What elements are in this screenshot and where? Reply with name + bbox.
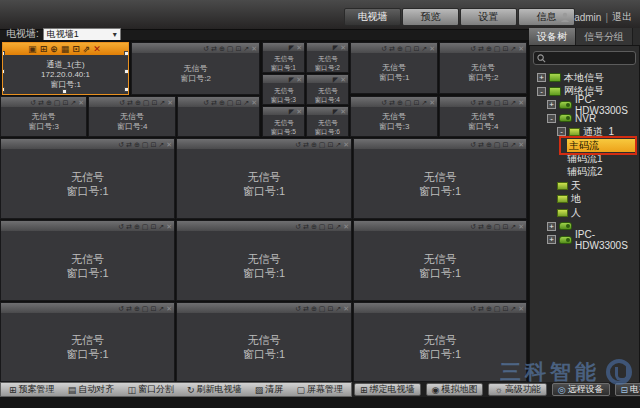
window-icon[interactable]: ▢ [319, 305, 326, 312]
add-icon[interactable]: ⊕ [486, 305, 492, 312]
video-window[interactable]: ↺⇄⊕▢⊡↗✕无信号窗口号:1 [176, 138, 352, 219]
window-icon[interactable]: ▢ [494, 223, 501, 230]
video-window[interactable]: ↺⇄⊕▢⊡↗✕ [177, 96, 260, 137]
tab-预览[interactable]: 预览 [402, 8, 459, 26]
export-icon[interactable]: ↗ [510, 45, 516, 52]
window-icon[interactable]: ▢ [494, 45, 501, 52]
window-header[interactable]: ↺⇄⊕▢⊡↗✕ [440, 43, 526, 53]
window-header[interactable]: ◤✕ [263, 43, 304, 51]
export-icon[interactable]: ↗ [158, 223, 164, 230]
close-icon[interactable]: ✕ [166, 305, 172, 312]
rotate-icon[interactable]: ↺ [118, 305, 124, 312]
search-input[interactable] [549, 53, 632, 63]
triangle-icon[interactable]: ◤ [333, 108, 338, 115]
add-icon[interactable]: ⊕ [219, 99, 225, 106]
add-icon[interactable]: ⊕ [397, 45, 403, 52]
rotate-icon[interactable]: ↺ [30, 99, 36, 106]
lock-icon[interactable]: ⊡ [150, 141, 156, 148]
close-icon[interactable]: ✕ [518, 305, 524, 312]
search-box[interactable] [533, 51, 636, 65]
swap-icon[interactable]: ⇄ [211, 99, 217, 106]
video-window[interactable]: ◤✕无信号窗口号:5 [262, 106, 305, 137]
video-window[interactable]: ↺⇄⊕▢⊡↗✕无信号窗口号:3 [0, 96, 87, 137]
video-window[interactable]: ↺⇄⊕▢⊡↗✕无信号窗口号:4 [439, 96, 527, 137]
tree-item[interactable]: -NVR [533, 112, 636, 126]
rotate-icon[interactable]: ↺ [381, 45, 387, 52]
video-window[interactable]: ↺⇄⊕▢⊡↗✕无信号窗口号:1 [350, 42, 438, 94]
add-icon[interactable]: ⊕ [397, 99, 403, 106]
export-icon[interactable]: ↗ [421, 45, 427, 52]
capture-icon[interactable]: ▣ [28, 45, 37, 54]
window-icon[interactable]: ▢ [143, 99, 150, 106]
swap-icon[interactable]: ⇄ [303, 223, 309, 230]
resize-handle[interactable] [124, 69, 129, 74]
close-icon[interactable]: ✕ [296, 44, 302, 51]
window-icon[interactable]: ▢ [494, 141, 501, 148]
export-icon[interactable]: ↗ [243, 99, 249, 106]
tree-item[interactable]: 人 [533, 206, 636, 220]
video-window[interactable]: ◤✕无信号窗口号:1 [262, 42, 305, 73]
resize-handle[interactable] [2, 87, 5, 92]
toolbar-button-bind-wall[interactable]: ⊞绑定电视墙 [354, 383, 421, 396]
close-icon[interactable]: ✕ [340, 76, 346, 83]
lock-icon[interactable]: ⊡ [502, 45, 508, 52]
add-icon[interactable]: ⊕ [50, 45, 58, 54]
logout-button[interactable]: 退出 [612, 10, 632, 24]
video-window[interactable]: ↺⇄⊕▢⊡↗✕无信号窗口号:1 [176, 220, 352, 301]
rotate-icon[interactable]: ↺ [295, 305, 301, 312]
lock-icon[interactable]: ⊡ [413, 45, 419, 52]
grid-icon[interactable]: ⊞ [40, 45, 48, 54]
add-icon[interactable]: ⊕ [311, 305, 317, 312]
close-icon[interactable]: ✕ [93, 45, 101, 54]
export-icon[interactable]: ↗ [159, 99, 165, 106]
close-icon[interactable]: ✕ [296, 76, 302, 83]
window-header[interactable]: ↺⇄⊕▢⊡↗✕ [351, 97, 437, 107]
close-icon[interactable]: ✕ [167, 99, 173, 106]
swap-icon[interactable]: ⇄ [478, 99, 484, 106]
swap-icon[interactable]: ⇄ [211, 45, 217, 52]
export-icon[interactable]: ↗ [335, 305, 341, 312]
video-window[interactable]: ◤✕无信号窗口号:3 [262, 74, 305, 105]
resize-handle[interactable] [2, 69, 5, 74]
window-header[interactable]: ↺⇄⊕▢⊡↗✕ [354, 221, 526, 231]
lock-icon[interactable]: ⊡ [150, 223, 156, 230]
tree-item[interactable]: 辅码流2 [533, 166, 636, 180]
video-window[interactable]: ↺⇄⊕▢⊡↗✕无信号窗口号:1 [0, 138, 175, 219]
window-icon[interactable]: ▢ [227, 99, 234, 106]
close-icon[interactable]: ✕ [343, 141, 349, 148]
lock-icon[interactable]: ⊡ [327, 223, 333, 230]
add-icon[interactable]: ⊕ [134, 141, 140, 148]
rotate-icon[interactable]: ↺ [381, 99, 387, 106]
window-header[interactable]: ↺⇄⊕▢⊡↗✕ [132, 43, 259, 53]
tree-item[interactable]: +IPC-HDW3300S [533, 98, 636, 112]
rotate-icon[interactable]: ↺ [470, 99, 476, 106]
window-icon[interactable]: ▢ [494, 99, 501, 106]
resize-handle[interactable] [62, 89, 67, 94]
close-icon[interactable]: ✕ [251, 99, 257, 106]
window-header[interactable]: ↺⇄⊕▢⊡↗✕ [354, 303, 526, 313]
swap-icon[interactable]: ⇄ [478, 223, 484, 230]
add-icon[interactable]: ⊕ [135, 99, 141, 106]
export-icon[interactable]: ↗ [158, 141, 164, 148]
swap-icon[interactable]: ⇄ [478, 45, 484, 52]
export-icon[interactable]: ⇗ [83, 45, 91, 54]
rotate-icon[interactable]: ↺ [470, 141, 476, 148]
add-icon[interactable]: ⊕ [311, 141, 317, 148]
close-icon[interactable]: ✕ [296, 108, 302, 115]
add-icon[interactable]: ⊕ [134, 305, 140, 312]
window-header[interactable]: ◤✕ [263, 75, 304, 83]
toolbar-button-remote-device[interactable]: ◎远程设备 [552, 383, 610, 396]
lock-icon[interactable]: ⊡ [502, 305, 508, 312]
close-icon[interactable]: ✕ [166, 141, 172, 148]
triangle-icon[interactable]: ◤ [289, 76, 294, 83]
triangle-icon[interactable]: ◤ [333, 44, 338, 51]
rotate-icon[interactable]: ↺ [470, 223, 476, 230]
collapse-icon[interactable]: - [557, 127, 566, 136]
close-icon[interactable]: ✕ [251, 45, 257, 52]
export-icon[interactable]: ↗ [70, 99, 76, 106]
video-window[interactable]: ↺⇄⊕▢⊡↗✕无信号窗口号:1 [0, 220, 175, 301]
close-icon[interactable]: ✕ [340, 44, 346, 51]
lock-icon[interactable]: ⊡ [72, 45, 80, 54]
window-header[interactable]: ↺⇄⊕▢⊡↗✕ [178, 97, 259, 107]
video-window[interactable]: ↺⇄⊕▢⊡↗✕无信号窗口号:1 [353, 220, 527, 301]
